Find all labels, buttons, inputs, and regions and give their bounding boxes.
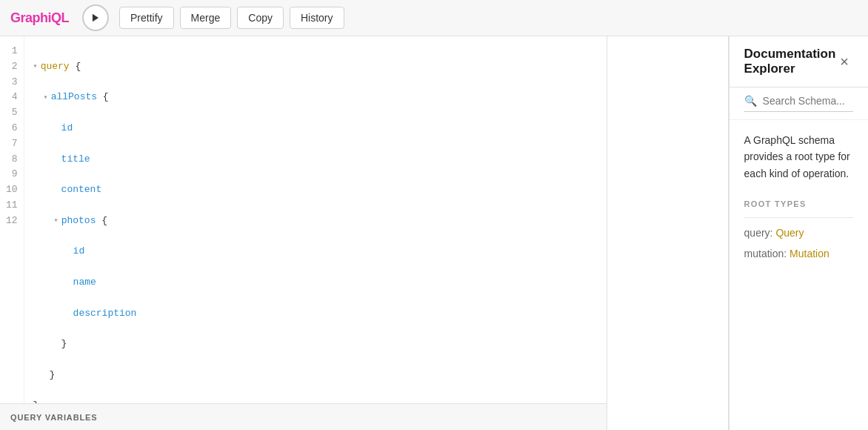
root-types-section: ROOT TYPES query: Query mutation: Mutati… <box>744 199 853 259</box>
docs-description: A GraphQL schema provides a root type fo… <box>744 132 853 182</box>
variables-bar[interactable]: QUERY VARIABLES <box>0 403 607 430</box>
root-type-query: query: Query <box>744 227 853 239</box>
toolbar: GraphiQL Prettify Merge Copy History <box>0 0 868 36</box>
mutation-label: mutation: <box>744 248 789 259</box>
line-numbers: 1 2 3 4 5 6 7 8 9 10 11 12 <box>0 36 24 403</box>
main-area: 1 2 3 4 5 6 7 8 9 10 11 12 ▾query { ▾all… <box>0 36 868 430</box>
divider <box>744 217 853 218</box>
prettify-button[interactable]: Prettify <box>119 7 174 29</box>
query-label: query: <box>744 227 776 239</box>
root-type-mutation: mutation: Mutation <box>744 248 853 259</box>
result-area <box>607 36 729 430</box>
variables-label: QUERY VARIABLES <box>10 413 98 422</box>
query-link[interactable]: Query <box>775 227 804 239</box>
mutation-link[interactable]: Mutation <box>789 248 829 259</box>
search-wrapper: 🔍 <box>744 95 853 112</box>
root-types-heading: ROOT TYPES <box>744 199 853 208</box>
copy-button[interactable]: Copy <box>237 7 284 29</box>
docs-panel: Documentation Explorer × 🔍 A GraphQL sch… <box>729 36 868 430</box>
schema-search-input[interactable] <box>763 95 853 107</box>
editor-area[interactable]: 1 2 3 4 5 6 7 8 9 10 11 12 ▾query { ▾all… <box>0 36 607 403</box>
history-button[interactable]: History <box>290 7 344 29</box>
merge-button[interactable]: Merge <box>180 7 232 29</box>
code-editor[interactable]: ▾query { ▾allPosts { id title content ▾p… <box>24 36 607 403</box>
docs-body: A GraphQL schema provides a root type fo… <box>730 120 868 430</box>
docs-search-area: 🔍 <box>730 87 868 120</box>
docs-title: Documentation Explorer <box>744 47 836 76</box>
close-docs-button[interactable]: × <box>835 53 853 70</box>
svg-marker-0 <box>93 14 99 22</box>
left-panel: 1 2 3 4 5 6 7 8 9 10 11 12 ▾query { ▾all… <box>0 36 607 430</box>
search-icon: 🔍 <box>744 95 757 107</box>
run-button[interactable] <box>82 4 109 31</box>
app-logo: GraphiQL <box>10 10 69 26</box>
docs-header: Documentation Explorer × <box>730 36 868 87</box>
